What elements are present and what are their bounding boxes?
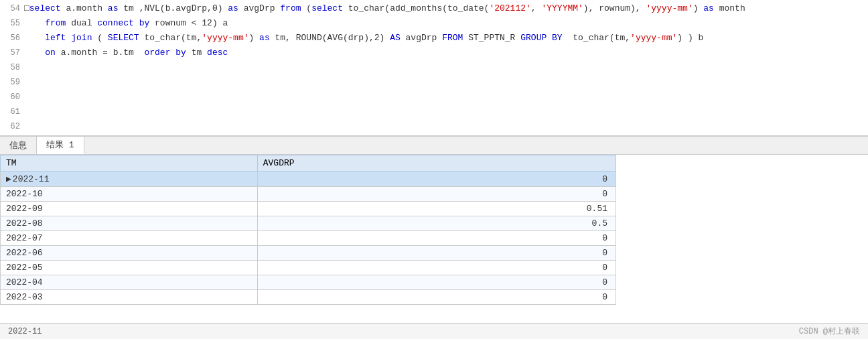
line-content bbox=[24, 90, 868, 105]
watermark: CSDN @村上春联 bbox=[799, 326, 860, 337]
code-editor: 54□select a.month as tm ,NVL(b.avgDrp,0)… bbox=[0, 0, 868, 136]
cell-avgdrp: 0 bbox=[257, 187, 616, 202]
cell-tm: 2022-09 bbox=[1, 202, 258, 216]
line-content: left join ( SELECT to_char(tm,'yyyy-mm')… bbox=[24, 31, 868, 46]
line-number: 58 bbox=[0, 60, 24, 75]
results-table: TM AVGDRP ▶ 2022-1102022-1002022-090.512… bbox=[0, 155, 616, 305]
line-content: on a.month = b.tm order by tm desc bbox=[24, 46, 868, 60]
cell-avgdrp: 0 bbox=[257, 231, 616, 246]
cell-tm: 2022-07 bbox=[1, 231, 258, 246]
line-content: □select a.month as tm ,NVL(b.avgDrp,0) a… bbox=[24, 1, 868, 16]
line-number: 55 bbox=[0, 16, 24, 31]
cell-avgdrp: 0 bbox=[257, 246, 616, 261]
table-row[interactable]: 2022-030 bbox=[1, 290, 616, 305]
cell-avgdrp: 0 bbox=[257, 261, 616, 275]
tab-result1[interactable]: 结果 1 bbox=[37, 137, 84, 154]
table-row[interactable]: 2022-070 bbox=[1, 231, 616, 246]
line-content: from dual connect by rownum < 12) a bbox=[24, 16, 868, 31]
table-row[interactable]: 2022-080.5 bbox=[1, 216, 616, 231]
code-line-59: 59 bbox=[0, 75, 868, 90]
cell-tm: 2022-04 bbox=[1, 275, 258, 290]
line-content bbox=[24, 105, 868, 119]
table-header-row: TM AVGDRP bbox=[1, 155, 616, 172]
row-indicator: ▶ bbox=[6, 174, 11, 184]
cell-avgdrp: 0 bbox=[257, 275, 616, 290]
line-content bbox=[24, 119, 868, 134]
cell-avgdrp: 0 bbox=[257, 290, 616, 305]
line-number: 60 bbox=[0, 90, 24, 105]
table-row[interactable]: ▶ 2022-110 bbox=[1, 172, 616, 187]
code-line-57: 57 on a.month = b.tm order by tm desc bbox=[0, 46, 868, 60]
cell-tm: 2022-06 bbox=[1, 246, 258, 261]
table-row[interactable]: 2022-100 bbox=[1, 187, 616, 202]
col-tm: TM bbox=[1, 155, 258, 172]
line-number: 61 bbox=[0, 105, 24, 119]
code-line-62: 62 bbox=[0, 119, 868, 134]
line-number: 62 bbox=[0, 119, 24, 134]
results-area[interactable]: TM AVGDRP ▶ 2022-1102022-1002022-090.512… bbox=[0, 155, 868, 339]
line-number: 56 bbox=[0, 31, 24, 46]
line-number: 59 bbox=[0, 75, 24, 90]
line-number: 54 bbox=[0, 1, 24, 16]
cell-avgdrp: 0.51 bbox=[257, 202, 616, 216]
code-line-60: 60 bbox=[0, 90, 868, 105]
table-row[interactable]: 2022-090.51 bbox=[1, 202, 616, 216]
tabs-bar: 信息 结果 1 bbox=[0, 136, 868, 155]
cell-tm: ▶ 2022-11 bbox=[1, 172, 258, 187]
table-row[interactable]: 2022-050 bbox=[1, 261, 616, 275]
cell-tm: 2022-05 bbox=[1, 261, 258, 275]
code-line-61: 61 bbox=[0, 105, 868, 119]
cell-tm: 2022-10 bbox=[1, 187, 258, 202]
code-line-56: 56 left join ( SELECT to_char(tm,'yyyy-m… bbox=[0, 31, 868, 46]
table-row[interactable]: 2022-060 bbox=[1, 246, 616, 261]
cell-tm: 2022-03 bbox=[1, 290, 258, 305]
tab-info[interactable]: 信息 bbox=[0, 137, 37, 154]
code-line-55: 55 from dual connect by rownum < 12) a bbox=[0, 16, 868, 31]
main-container: 54□select a.month as tm ,NVL(b.avgDrp,0)… bbox=[0, 0, 868, 339]
status-current-row: 2022-11 bbox=[8, 327, 42, 336]
line-content bbox=[24, 60, 868, 75]
cell-tm: 2022-08 bbox=[1, 216, 258, 231]
cell-avgdrp: 0.5 bbox=[257, 216, 616, 231]
line-content bbox=[24, 75, 868, 90]
code-line-54: 54□select a.month as tm ,NVL(b.avgDrp,0)… bbox=[0, 1, 868, 16]
col-avgdrp: AVGDRP bbox=[257, 155, 616, 172]
line-number: 57 bbox=[0, 46, 24, 60]
cell-avgdrp: 0 bbox=[257, 172, 616, 187]
table-row[interactable]: 2022-040 bbox=[1, 275, 616, 290]
status-bar: 2022-11 CSDN @村上春联 bbox=[0, 323, 868, 339]
code-line-58: 58 bbox=[0, 60, 868, 75]
